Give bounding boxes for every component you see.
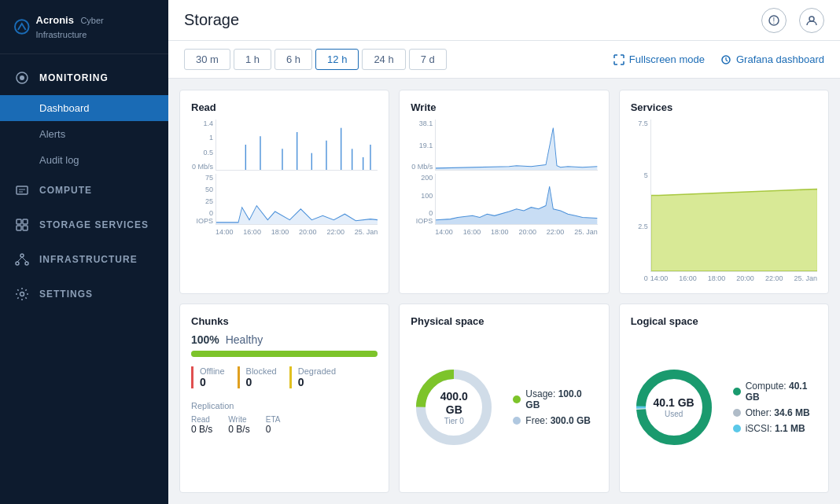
grafana-icon — [720, 54, 731, 65]
time-30m[interactable]: 30 m — [184, 49, 230, 70]
replication-eta: ETA 0 — [266, 415, 281, 435]
chunks-bar-fill — [191, 351, 378, 357]
logical-space-donut: 40.1 GB Used — [631, 364, 717, 451]
services-chart — [651, 120, 817, 271]
physical-free-item: Free: 300.0 GB — [513, 415, 597, 426]
read-mbps-chart — [216, 120, 378, 170]
logical-used-label: Used — [654, 410, 694, 418]
sidebar-item-compute[interactable]: COMPUTE — [0, 173, 168, 208]
chunks-blocked: Blocked 0 — [238, 366, 277, 388]
chunks-stats: Offline 0 Blocked 0 Degraded 0 — [191, 366, 378, 388]
services-title: Services — [631, 101, 817, 113]
svg-rect-4 — [17, 219, 21, 224]
chunks-pct-value: 100% — [191, 333, 219, 346]
chunks-title: Chunks — [191, 315, 378, 327]
svg-marker-27 — [436, 128, 597, 170]
iscsi-legend-value: 1.1 MB — [775, 423, 805, 434]
chunks-healthy-pct: 100% Healthy — [191, 333, 378, 346]
fullscreen-button[interactable]: Fullscreen mode — [613, 53, 705, 65]
physical-tier: Tier 0 — [433, 416, 476, 425]
svg-rect-7 — [23, 226, 28, 230]
physical-space-legend: Usage: 100.0 GB Free: 300.0 GB — [513, 388, 597, 426]
svg-rect-3 — [17, 186, 28, 194]
read-card: Read 1.4 1 0.5 0 Mb/s — [179, 90, 389, 294]
svg-rect-5 — [23, 219, 28, 224]
physical-space-donut-label: 400.0 GB Tier 0 — [433, 390, 476, 425]
physical-space-card: Physical space 400.0 GB Tier 0 — [399, 304, 609, 493]
monitoring-icon — [14, 70, 30, 86]
iscsi-dot — [733, 425, 741, 432]
sidebar-item-audit-log[interactable]: Audit log — [0, 147, 168, 173]
svg-text:!: ! — [773, 17, 776, 25]
free-label: Free: 300.0 GB — [525, 415, 591, 426]
time-7d[interactable]: 7 d — [409, 49, 447, 70]
write-chart: 38.1 19.1 0 Mb/s 200 100 — [411, 120, 597, 282]
write-title: Write — [411, 101, 597, 113]
time-24h[interactable]: 24 h — [362, 49, 405, 70]
toolbar-actions: Fullscreen mode Grafana dashboard — [613, 53, 824, 65]
logical-total: 40.1 GB — [654, 396, 694, 410]
svg-point-10 — [25, 262, 28, 265]
sidebar-item-settings[interactable]: SETTINGS — [0, 277, 168, 311]
compute-dot — [733, 388, 741, 395]
logo-main: Acronis — [36, 14, 74, 26]
sidebar-item-dashboard[interactable]: Dashboard — [0, 95, 168, 121]
infrastructure-icon — [14, 252, 30, 267]
replication-eta-label: ETA — [266, 415, 281, 424]
physical-space-donut: 400.0 GB Tier 0 — [411, 364, 497, 451]
time-1h[interactable]: 1 h — [234, 49, 271, 70]
write-iops-chart — [436, 174, 597, 224]
notifications-icon[interactable]: ! — [761, 8, 787, 33]
page-title: Storage — [184, 11, 239, 29]
sidebar-item-monitoring[interactable]: MONITORING — [0, 61, 168, 95]
compute-legend-value: 40.1 GB — [746, 381, 808, 403]
topbar-icons: ! — [761, 8, 824, 33]
topbar: Storage ! — [168, 0, 840, 41]
logical-space-legend: Compute: 40.1 GB Other: 34.6 MB iSCSI: 1… — [733, 381, 817, 434]
chunks-offline: Offline 0 — [191, 366, 225, 388]
main-content: Storage ! 30 m 1 h 6 h 12 h 24 h 7 d Ful… — [168, 0, 840, 504]
free-dot — [513, 417, 521, 425]
chunks-card: Chunks 100% Healthy Offline 0 Blocked 0 … — [179, 304, 389, 493]
grafana-label: Grafana dashboard — [736, 53, 824, 65]
monitoring-label: MONITORING — [39, 72, 109, 83]
physical-space-title: Physical space — [411, 315, 597, 327]
settings-label: SETTINGS — [39, 289, 93, 300]
storage-services-label: STORAGE SERVICES — [39, 219, 149, 230]
storage-services-icon — [14, 217, 30, 233]
physical-space-content: 400.0 GB Tier 0 Usage: 100.0 GB Free: 30… — [411, 333, 597, 481]
sidebar-nav: MONITORING Dashboard Alerts Audit log CO… — [0, 54, 168, 504]
replication-read-val: 0 B/s — [191, 424, 212, 435]
compute-legend-label: Compute: 40.1 GB — [746, 381, 817, 403]
svg-point-14 — [809, 17, 814, 21]
usage-dot — [513, 395, 521, 403]
offline-label: Offline — [200, 366, 225, 376]
acronis-logo-icon — [14, 19, 30, 35]
replication-write-val: 0 B/s — [228, 424, 249, 435]
iscsi-legend-label: iSCSI: 1.1 MB — [746, 423, 805, 434]
user-icon[interactable] — [799, 8, 824, 33]
replication-section: Replication Read 0 B/s Write 0 B/s ETA 0 — [191, 401, 378, 435]
replication-write-label: Write — [228, 415, 249, 424]
other-legend-value: 34.6 MB — [774, 407, 809, 418]
logo: Acronis Cyber Infrastructure — [0, 0, 168, 54]
sidebar-item-storage-services[interactable]: STORAGE SERVICES — [0, 208, 168, 242]
svg-marker-28 — [436, 186, 597, 224]
svg-marker-26 — [216, 206, 378, 224]
time-6h[interactable]: 6 h — [274, 49, 312, 70]
sidebar-item-alerts[interactable]: Alerts — [0, 121, 168, 147]
svg-rect-6 — [17, 226, 21, 230]
grafana-button[interactable]: Grafana dashboard — [720, 53, 824, 65]
blocked-label: Blocked — [246, 366, 277, 376]
logical-compute-item: Compute: 40.1 GB — [733, 381, 817, 403]
chunks-degraded: Degraded 0 — [289, 366, 336, 388]
write-card: Write 38.1 19.1 0 Mb/s — [399, 90, 609, 294]
time-12h[interactable]: 12 h — [315, 49, 359, 70]
degraded-value: 0 — [298, 376, 336, 388]
logical-iscsi-item: iSCSI: 1.1 MB — [733, 423, 817, 434]
logical-space-content: 40.1 GB Used Compute: 40.1 GB Other: 34.… — [631, 333, 817, 481]
compute-icon — [14, 182, 30, 198]
logical-other-item: Other: 34.6 MB — [733, 407, 817, 418]
read-chart: 1.4 1 0.5 0 Mb/s — [191, 120, 378, 282]
sidebar-item-infrastructure[interactable]: INFRASTRUCTURE — [0, 242, 168, 277]
